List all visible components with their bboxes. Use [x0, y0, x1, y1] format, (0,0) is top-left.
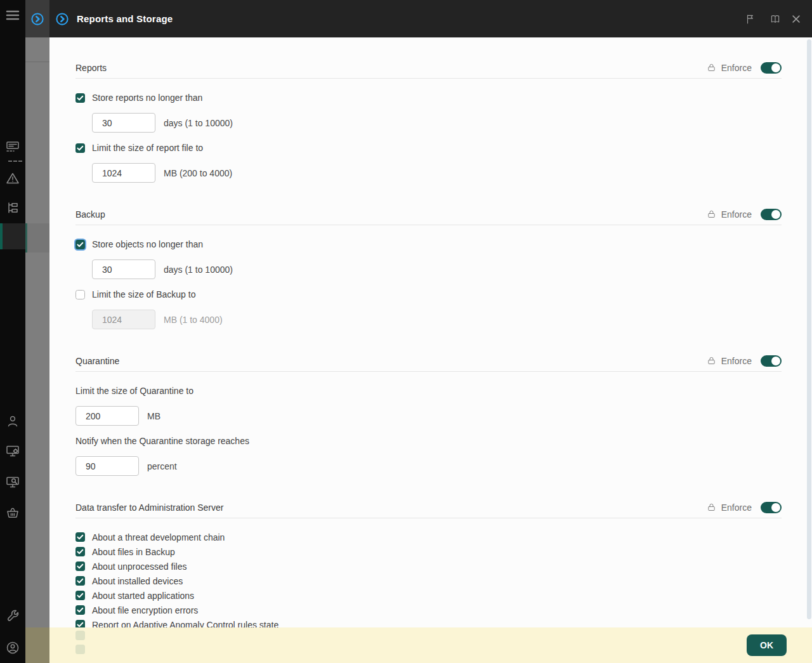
checkbox-label: Limit the size of Backup to — [92, 289, 195, 299]
modal-header: Reports and Storage — [49, 0, 812, 37]
wrench-icon[interactable] — [5, 608, 20, 624]
enforce-label: Enforce — [721, 63, 752, 73]
enforce-label: Enforce — [721, 209, 752, 220]
enforce-toggle[interactable] — [761, 209, 782, 220]
store-reports-checkbox[interactable] — [75, 93, 85, 103]
quarantine-notify-label: Notify when the Quarantine storage reach… — [75, 435, 782, 447]
report-size-input[interactable] — [92, 163, 155, 183]
checkbox-label: About file encryption errors — [92, 605, 198, 615]
quarantine-size-input-row: MB — [75, 406, 782, 426]
chevron-circle-icon — [55, 12, 69, 26]
started-applications-checkbox-row: About started applications — [75, 589, 782, 601]
close-icon[interactable] — [790, 13, 802, 25]
users-icon[interactable] — [5, 414, 20, 429]
files-backup-checkbox-row: About files in Backup — [75, 546, 782, 558]
store-objects-checkbox-row: Store objects no longer than — [75, 238, 782, 251]
dimmed-selected-row — [25, 223, 49, 253]
flag-icon[interactable] — [745, 13, 756, 25]
dimmed-footer-strip — [25, 627, 49, 663]
footer-bar: OK — [49, 627, 812, 663]
backup-size-input-row: MB (1 to 4000) — [92, 310, 782, 329]
backup-size-input[interactable] — [92, 310, 155, 329]
checkbox-label: About a threat development chain — [92, 532, 225, 542]
quarantine-size-input[interactable] — [75, 406, 139, 426]
files-backup-checkbox[interactable] — [75, 547, 85, 556]
sidebar-selected-item[interactable] — [0, 223, 25, 249]
page-title: Reports and Storage — [77, 13, 745, 24]
lock-icon — [707, 209, 716, 220]
dimmed-divider — [25, 62, 49, 62]
ok-button[interactable]: OK — [747, 634, 787, 656]
section-title: Quarantine — [75, 356, 707, 366]
enforce-toggle[interactable] — [761, 502, 782, 513]
dimmed-background-column — [25, 0, 49, 663]
account-icon[interactable] — [5, 640, 20, 655]
section-title: Backup — [75, 209, 707, 220]
basket-icon[interactable] — [5, 505, 20, 520]
threat-chain-checkbox[interactable] — [75, 532, 85, 542]
menu-icon[interactable] — [5, 8, 20, 23]
section-reports: ReportsEnforceStore reports no longer th… — [75, 62, 782, 183]
monitor-search-icon[interactable] — [5, 475, 20, 490]
lock-icon — [707, 356, 716, 367]
unprocessed-files-checkbox[interactable] — [75, 561, 85, 571]
scrollbar-thumb[interactable] — [807, 39, 811, 619]
enforce-control: Enforce — [707, 209, 782, 220]
dimmed-nav-header — [25, 0, 49, 37]
quarantine-notify-input[interactable] — [75, 456, 139, 476]
checkbox-label: Store objects no longer than — [92, 239, 203, 249]
installed-devices-checkbox[interactable] — [75, 576, 85, 586]
checkbox-label: About started applications — [92, 591, 194, 601]
field-suffix-label: days (1 to 10000) — [164, 118, 233, 128]
enforce-control: Enforce — [707, 62, 782, 74]
enforce-control: Enforce — [707, 502, 782, 513]
alerts-icon[interactable] — [5, 171, 20, 186]
enforce-label: Enforce — [721, 356, 752, 366]
installed-devices-checkbox-row: About installed devices — [75, 575, 782, 587]
lock-icon — [707, 502, 716, 513]
enforce-control: Enforce — [707, 355, 782, 367]
chevron-circle-icon — [30, 12, 44, 26]
backup-days-input[interactable] — [92, 259, 155, 279]
book-icon[interactable] — [769, 13, 781, 25]
sidebar-divider — [8, 161, 22, 162]
devices-icon[interactable] — [5, 139, 20, 154]
adaptive-anomaly-checkbox-row: Report on Adaptive Anomaly Control rules… — [75, 619, 782, 627]
threat-chain-checkbox-row: About a threat development chain — [75, 531, 782, 543]
limit-backup-size-checkbox[interactable] — [75, 290, 85, 299]
obscured-checkbox — [75, 645, 85, 654]
enforce-label: Enforce — [721, 502, 752, 513]
settings-content: ReportsEnforceStore reports no longer th… — [49, 37, 812, 627]
report-days-input[interactable] — [92, 113, 155, 133]
field-suffix-label: percent — [147, 461, 177, 471]
checkbox-label: Limit the size of report file to — [92, 143, 203, 153]
section-title: Data transfer to Administration Server — [75, 502, 707, 513]
started-applications-checkbox[interactable] — [75, 591, 85, 600]
settings-modal: Reports and Storage ReportsEnforceStore … — [49, 0, 812, 663]
backup-days-input-row: days (1 to 10000) — [92, 259, 782, 279]
section-divider — [75, 371, 782, 372]
file-encryption-errors-checkbox[interactable] — [75, 605, 85, 615]
checkbox-label: About files in Backup — [92, 547, 175, 557]
enforce-toggle[interactable] — [761, 355, 782, 367]
store-reports-checkbox-row: Store reports no longer than — [75, 91, 782, 104]
limit-report-size-checkbox[interactable] — [75, 143, 85, 153]
report-size-input-row: MB (200 to 4000) — [92, 163, 782, 183]
section-divider — [75, 518, 782, 518]
obscured-checkbox — [75, 631, 85, 640]
checkbox-label: Report on Adaptive Anomaly Control rules… — [92, 620, 278, 628]
checkbox-label: About unprocessed files — [92, 561, 187, 572]
section-quarantine: QuarantineEnforceLimit the size of Quara… — [75, 355, 782, 476]
store-objects-checkbox[interactable] — [75, 240, 85, 249]
field-suffix-label: MB (1 to 4000) — [164, 315, 223, 325]
checkbox-label: Store reports no longer than — [92, 93, 202, 103]
limit-report-size-checkbox-row: Limit the size of report file to — [75, 141, 782, 154]
hierarchy-icon[interactable] — [5, 200, 20, 216]
enforce-toggle[interactable] — [761, 62, 782, 74]
app-sidebar — [0, 0, 25, 663]
field-suffix-label: MB — [147, 411, 160, 421]
section-divider — [75, 78, 782, 79]
adaptive-anomaly-checkbox[interactable] — [75, 620, 85, 627]
monitor-gear-icon[interactable] — [5, 443, 20, 459]
report-days-input-row: days (1 to 10000) — [92, 113, 782, 133]
